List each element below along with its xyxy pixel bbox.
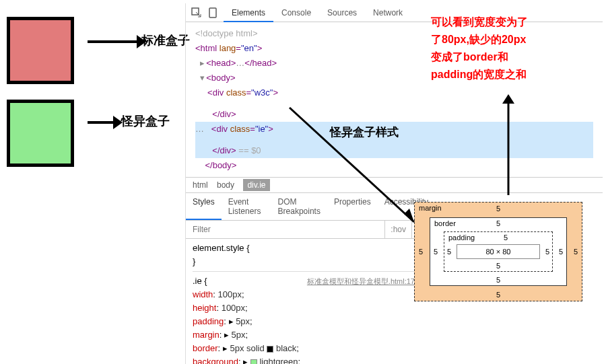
- black-swatch[interactable]: [267, 346, 273, 353]
- svg-rect-1: [209, 8, 216, 17]
- padding-label: padding: [448, 233, 475, 242]
- tab-network[interactable]: Network: [365, 3, 411, 22]
- device-icon[interactable]: [207, 7, 218, 18]
- red-annotation: 可以看到宽度变为了 了80px,缺少的20px 变成了border和 paddi…: [431, 13, 599, 83]
- tab-console[interactable]: Console: [273, 3, 319, 22]
- element-style-close: }: [193, 255, 415, 268]
- quirks-box-demo: [7, 100, 74, 167]
- border-label: border: [434, 219, 456, 227]
- content-size: 80 × 80: [457, 244, 540, 259]
- label-quirks: 怪异盒子: [121, 113, 170, 129]
- arrow-to-quirks: [88, 121, 114, 124]
- long-arrow-to-boxmodel: [290, 108, 424, 235]
- crumb-html[interactable]: html: [193, 180, 208, 190]
- crumb-div-ie[interactable]: div.ie: [243, 179, 269, 191]
- dom-div-w3c[interactable]: <div class="w3c">: [195, 85, 593, 100]
- computed-box-model: margin 5 5 5 5 border 5 5 5 5 padding 5 …: [414, 202, 582, 320]
- inspect-icon[interactable]: [191, 7, 202, 18]
- subtab-styles[interactable]: Styles: [186, 193, 222, 220]
- source-link[interactable]: 标准盒模型和怪异盒模型.html:17: [307, 275, 415, 288]
- tab-sources[interactable]: Sources: [319, 3, 365, 22]
- lightgreen-swatch[interactable]: [250, 359, 257, 364]
- arrow-to-standard: [88, 40, 138, 43]
- label-standard: 标准盒子: [141, 32, 190, 48]
- svg-line-2: [290, 108, 414, 222]
- up-arrow: [498, 94, 518, 195]
- tab-elements[interactable]: Elements: [224, 3, 273, 22]
- svg-marker-5: [502, 94, 514, 104]
- crumb-body[interactable]: body: [217, 180, 234, 190]
- css-rules[interactable]: element.style { } 标准盒模型和怪异盒模型.html:17 .i…: [186, 239, 422, 364]
- element-style-open: element.style {: [193, 242, 415, 255]
- standard-box-demo: [7, 17, 74, 84]
- subtab-listeners[interactable]: Event Listeners: [222, 193, 271, 220]
